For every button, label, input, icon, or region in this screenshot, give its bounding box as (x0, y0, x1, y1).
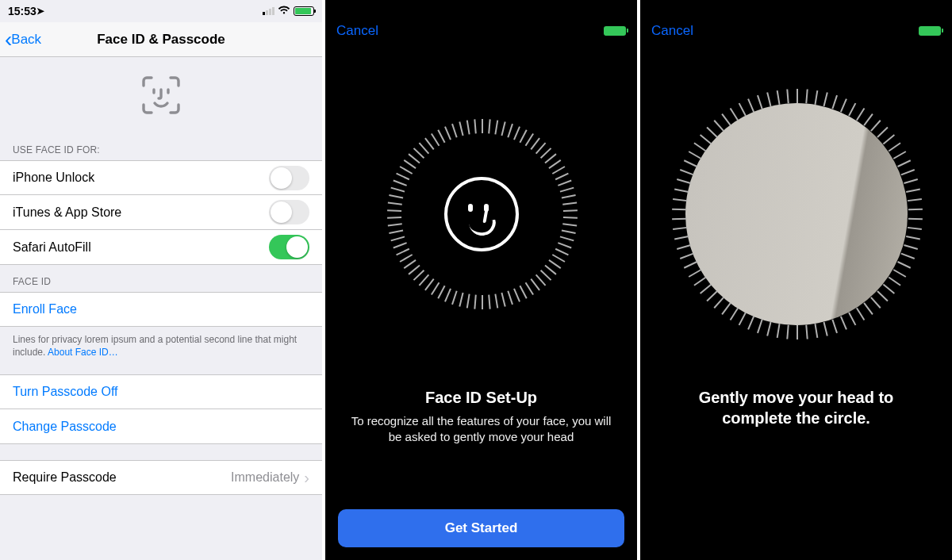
faceid-hero (0, 57, 322, 133)
progress-ring (657, 75, 936, 354)
scan-instruction: Gently move your head to complete the ci… (640, 365, 952, 428)
change-passcode-button[interactable]: Change Passcode (0, 409, 322, 444)
section-header-use-for: USE FACE ID FOR: (0, 133, 322, 160)
chevron-right-icon: › (304, 469, 309, 487)
navbar: ‹ Back Face ID & Passcode (0, 22, 322, 57)
status-bar: 15:53 ➤ (0, 0, 322, 22)
setup-intro-screen: Cancel Face ID Set-Up To recognize all t… (325, 0, 637, 560)
battery-icon (919, 26, 941, 36)
require-passcode-row[interactable]: Require Passcode Immediately › (0, 460, 322, 495)
toggle-row-2: Safari AutoFill (0, 230, 322, 265)
toggle-row-1: iTunes & App Store (0, 195, 322, 230)
toggle-switch[interactable] (269, 166, 309, 190)
faceid-footer: Lines for privacy lorem ipsum and a pote… (0, 327, 322, 370)
faceid-icon (140, 75, 182, 116)
turn-passcode-off-button[interactable]: Turn Passcode Off (0, 374, 322, 409)
toggle-label: Safari AutoFill (13, 240, 91, 255)
toggle-switch[interactable] (269, 200, 309, 224)
settings-screen: 15:53 ➤ ‹ Back Face ID & Passcode (0, 0, 322, 560)
setup-body: To recognize all the features of your fa… (325, 407, 637, 446)
toggle-label: iPhone Unlock (13, 171, 94, 185)
face-outline-icon (444, 177, 519, 251)
wifi-icon (278, 5, 290, 17)
change-passcode-label: Change Passcode (13, 420, 117, 434)
require-passcode-label: Require Passcode (13, 470, 117, 485)
status-time: 15:53 (8, 5, 36, 17)
toggle-label: iTunes & App Store (13, 205, 121, 220)
battery-icon (604, 26, 626, 36)
get-started-button[interactable]: Get Started (338, 509, 624, 547)
page-title: Face ID & Passcode (0, 32, 322, 48)
toggle-row-0: iPhone Unlock (0, 160, 322, 195)
toggle-switch[interactable] (269, 235, 309, 259)
location-icon: ➤ (36, 6, 44, 17)
require-passcode-value: Immediately (231, 470, 299, 485)
cancel-button[interactable]: Cancel (651, 23, 693, 39)
battery-icon (294, 6, 314, 16)
turn-passcode-off-label: Turn Passcode Off (13, 385, 118, 399)
setup-scan-screen: Cancel Gently move your head to complete… (640, 0, 952, 560)
enroll-face-button[interactable]: Enroll Face (0, 292, 322, 327)
enroll-face-label: Enroll Face (13, 302, 77, 316)
setup-title: Face ID Set-Up (325, 389, 637, 407)
section-header-faceid: FACE ID (0, 265, 322, 292)
about-faceid-link[interactable]: About Face ID… (48, 347, 118, 358)
cell-signal-icon (263, 7, 274, 15)
cancel-button[interactable]: Cancel (336, 23, 378, 39)
